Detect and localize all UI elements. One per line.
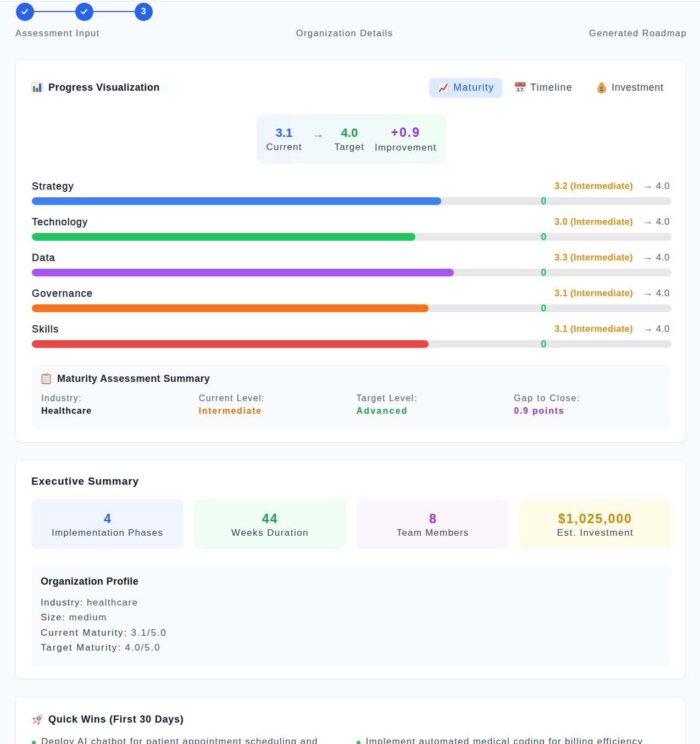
svg-text:$: $ (600, 86, 604, 92)
svg-text:17: 17 (517, 86, 524, 92)
